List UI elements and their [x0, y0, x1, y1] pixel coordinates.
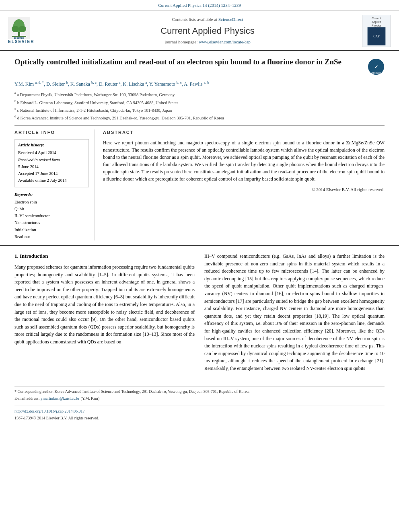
keyword-2: II–VI semiconductor [14, 213, 89, 219]
article-info-heading: ARTICLE INFO [14, 129, 89, 136]
body-col-left: 1. Introduction Many proposed schemes fo… [14, 253, 195, 376]
issn-line: 1567-1739/© 2014 Elsevier B.V. All right… [14, 415, 385, 421]
logo-line-2: Applied [372, 20, 381, 24]
authors-text: Y.M. Kim a, d, *, D. Sleiter b, K. Sanak… [14, 81, 209, 87]
elsevier-logo: ELSEVIER [8, 17, 56, 39]
homepage-link[interactable]: www.elsevier.com/locate/cap [199, 39, 251, 44]
received-row: Received 4 April 2014 [18, 150, 85, 156]
received-revised-date-row: 5 June 2014 [18, 164, 85, 170]
article-history-block: Article history: Received 4 April 2014 R… [14, 139, 89, 187]
keyword-1: Qubit [14, 206, 89, 212]
accepted-row: Accepted 17 June 2014 [18, 170, 85, 177]
keywords-title: Keywords: [14, 191, 89, 197]
svg-text:CrossMark: CrossMark [371, 72, 381, 74]
journal-header: ELSEVIER ELSEVIER Contents lists availab… [0, 11, 399, 51]
crossmark-icon: ✓ CrossMark [368, 58, 385, 75]
body-col-right: III–V compound semiconductors (e.g. GaAs… [204, 253, 385, 376]
affiliation-c: c c National Institute of Informatics, 2… [14, 107, 385, 113]
intro-para-2: III–V compound semiconductors (e.g. GaAs… [204, 253, 385, 372]
main-body: 1. Introduction Many proposed schemes fo… [0, 245, 399, 382]
svg-rect-1 [18, 32, 20, 36]
keyword-4: Initialization [14, 227, 89, 233]
article-section: Optically controlled initialization and … [0, 51, 399, 240]
article-info-col: ARTICLE INFO Article history: Received 4… [14, 129, 95, 240]
affiliations-block: a a Department Physik, Universität Pader… [14, 91, 385, 121]
logo-line-3: Physics [372, 24, 381, 27]
journal-logo-image: CAP [366, 27, 387, 45]
svg-point-4 [19, 26, 26, 32]
intro-section-title: 1. Introduction [14, 253, 195, 260]
doi-link[interactable]: http://dx.doi.org/10.1016/j.cap.2014.06.… [14, 409, 85, 413]
elsevier-label: ELSEVIER [8, 39, 56, 45]
copyright-line: © 2014 Elsevier B.V. All rights reserved… [103, 187, 385, 193]
keywords-block: Keywords: Electron spin Qubit II–VI semi… [14, 191, 89, 240]
affiliation-b: b b Edward L. Ginzton Laboratory, Stanfo… [14, 99, 385, 106]
top-bar: Current Applied Physics 14 (2014) 1234–1… [0, 0, 399, 11]
footnote-email: E-mail address: ymartinkim@kaist.ac.kr (… [14, 396, 385, 402]
intro-para-1: Many proposed schemes for quantum inform… [14, 263, 195, 346]
keyword-0: Electron spin [14, 199, 89, 205]
article-title-block: Optically controlled initialization and … [14, 57, 385, 75]
doi-line: http://dx.doi.org/10.1016/j.cap.2014.06.… [14, 409, 385, 415]
authors-line: Y.M. Kim a, d, *, D. Sleiter b, K. Sanak… [14, 80, 385, 88]
body-two-col: 1. Introduction Many proposed schemes fo… [14, 253, 385, 376]
journal-header-center: Contents lists available at ScienceDirec… [56, 16, 359, 45]
abstract-heading: ABSTRACT [103, 129, 385, 136]
affiliation-a: a a Department Physik, Universität Pader… [14, 91, 385, 98]
svg-point-3 [12, 26, 19, 32]
article-info-abstract-row: ARTICLE INFO Article history: Received 4… [14, 125, 385, 240]
logo-line-1: Current [372, 16, 381, 20]
footnote-section: * Corresponding author. Korea Advanced I… [14, 386, 385, 421]
article-title-text: Optically controlled initialization and … [14, 57, 368, 67]
journal-title: Current Applied Physics [56, 25, 359, 37]
svg-text:CAP: CAP [373, 35, 380, 38]
abstract-col: ABSTRACT Here we report photon antibunch… [103, 129, 385, 240]
svg-text:✓: ✓ [374, 64, 378, 69]
elsevier-tree-icon: ELSEVIER [8, 17, 30, 39]
elsevier-logo-area: ELSEVIER ELSEVIER [8, 17, 56, 45]
footnote-corresponding: * Corresponding author. Korea Advanced I… [14, 389, 385, 395]
article-history-title: Article history: [18, 142, 85, 148]
sciencedirect-anchor[interactable]: ScienceDirect [218, 17, 243, 22]
journal-logo-box: Current Applied Physics CAP [362, 15, 391, 47]
abstract-text: Here we report photon antibunching and m… [103, 139, 385, 183]
affiliation-d: d d Korea Advanced Institute of Science … [14, 114, 385, 121]
keyword-3: Nanostructures [14, 220, 89, 226]
received-revised-row: Received in revised form [18, 157, 85, 163]
journal-citation: Current Applied Physics 14 (2014) 1234–1… [158, 3, 241, 8]
sciencedirect-link: Contents lists available at ScienceDirec… [56, 16, 359, 23]
keyword-5: Read-out [14, 234, 89, 240]
footnote-email-link[interactable]: ymartinkim@kaist.ac.kr [41, 396, 80, 401]
available-row: Available online 2 July 2014 [18, 177, 85, 183]
homepage-line: journal homepage: www.elsevier.com/locat… [56, 39, 359, 45]
footnote-divider [14, 405, 385, 405]
journal-logo-right: Current Applied Physics CAP [359, 15, 391, 47]
